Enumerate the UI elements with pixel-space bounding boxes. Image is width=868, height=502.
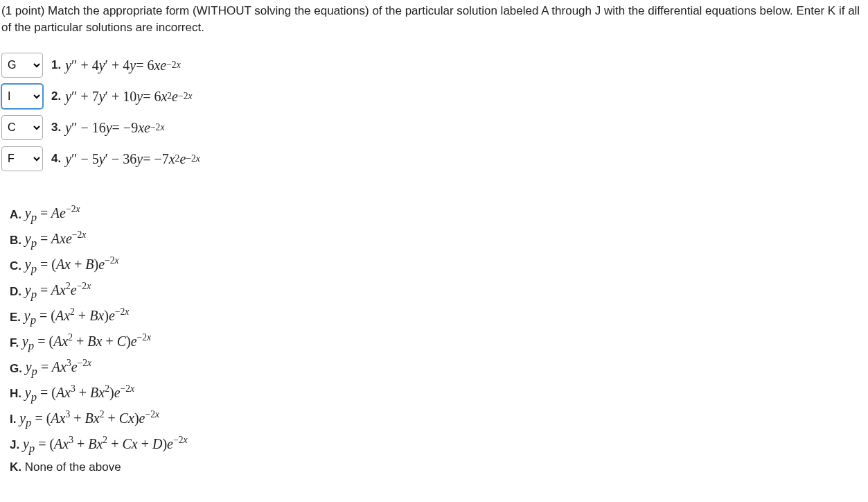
equation-text: 3. y″ − 16y = −9xe−2x: [51, 118, 164, 137]
answer-option: A. yp = Ae−2x: [10, 203, 868, 226]
answer-option: G. yp = Ax3e−2x: [10, 357, 868, 380]
question-row: ?ABCDEFGHIJK2. y″ + 7y′ + 10y = 6x2e−2x: [1, 84, 868, 109]
answer-option: K. None of the above: [10, 459, 868, 476]
answer-option: E. yp = (Ax2 + Bx)e−2x: [10, 306, 868, 329]
answers-list: A. yp = Ae−2xB. yp = Axe−2xC. yp = (Ax +…: [10, 203, 868, 476]
answer-select[interactable]: ?ABCDEFGHIJK: [1, 84, 43, 109]
question-row: ?ABCDEFGHIJK1. y″ + 4y′ + 4y = 6xe−2x: [1, 53, 868, 78]
answer-option: I. yp = (Ax3 + Bx2 + Cx)e−2x: [10, 408, 868, 431]
answer-select[interactable]: ?ABCDEFGHIJK: [1, 115, 43, 140]
answer-option: J. yp = (Ax3 + Bx2 + Cx + D)e−2x: [10, 433, 868, 456]
answer-option: C. yp = (Ax + B)e−2x: [10, 254, 868, 277]
questions-list: ?ABCDEFGHIJK1. y″ + 4y′ + 4y = 6xe−2x?AB…: [1, 53, 868, 171]
answer-select[interactable]: ?ABCDEFGHIJK: [1, 146, 43, 171]
equation-text: 4. y″ − 5y′ − 36y = −7x2e−2x: [51, 149, 200, 168]
answer-select[interactable]: ?ABCDEFGHIJK: [1, 53, 43, 78]
answer-option: D. yp = Ax2e−2x: [10, 280, 868, 303]
answer-option: B. yp = Axe−2x: [10, 229, 868, 252]
question-row: ?ABCDEFGHIJK4. y″ − 5y′ − 36y = −7x2e−2x: [1, 146, 868, 171]
instructions: (1 point) Match the appropriate form (WI…: [1, 3, 868, 36]
equation-text: 2. y″ + 7y′ + 10y = 6x2e−2x: [51, 87, 193, 106]
equation-text: 1. y″ + 4y′ + 4y = 6xe−2x: [51, 55, 181, 75]
question-row: ?ABCDEFGHIJK3. y″ − 16y = −9xe−2x: [1, 115, 868, 140]
answer-option: H. yp = (Ax3 + Bx2)e−2x: [10, 382, 868, 405]
answer-option: F. yp = (Ax2 + Bx + C)e−2x: [10, 331, 868, 354]
